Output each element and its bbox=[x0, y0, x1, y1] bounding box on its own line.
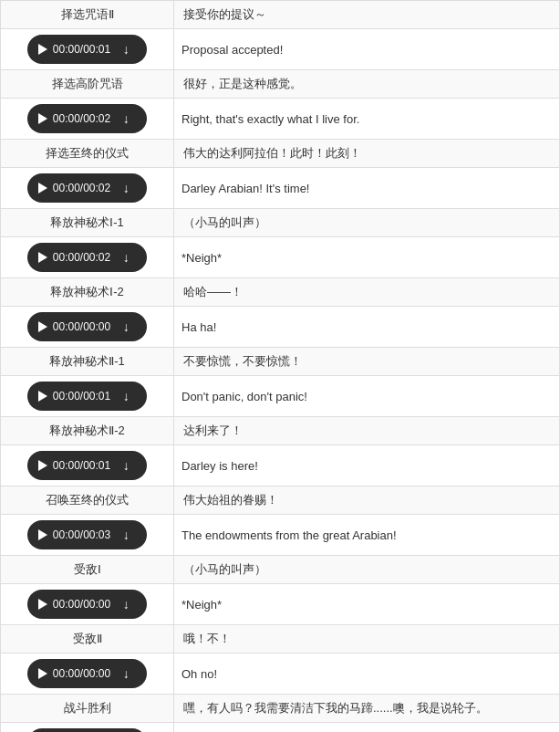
download-icon[interactable]: ↓ bbox=[116, 594, 136, 614]
skill-name: 择选咒语Ⅱ bbox=[1, 1, 174, 29]
chinese-text: （小马的叫声） bbox=[174, 209, 560, 237]
label-row: 释放神秘术Ⅰ-2 哈哈——！ bbox=[1, 278, 560, 307]
audio-row: 00:00/00:01 ↓ Proposal accepted! bbox=[1, 29, 560, 70]
audio-row: 00:00/00:03 ↓ The endowments from the gr… bbox=[1, 515, 560, 556]
label-row: 受敌Ⅱ 哦！不！ bbox=[1, 625, 560, 654]
download-icon[interactable]: ↓ bbox=[116, 525, 136, 545]
audio-row: 00:00/00:02 ↓ Darley Arabian! It's time! bbox=[1, 168, 560, 209]
play-icon bbox=[38, 668, 47, 679]
audio-row: 00:00/00:00 ↓ *Neigh* bbox=[1, 584, 560, 625]
skill-name: 择选高阶咒语 bbox=[1, 70, 174, 99]
audio-row: 00:00/00:02 ↓ *Neigh* bbox=[1, 237, 560, 278]
download-icon[interactable]: ↓ bbox=[116, 664, 136, 684]
skill-name: 召唤至终的仪式 bbox=[1, 486, 174, 515]
play-button[interactable]: 00:00/00:00 ↓ bbox=[27, 590, 147, 619]
play-button[interactable]: 00:00/00:05 ↓ bbox=[27, 728, 147, 732]
english-text: Ha ha! bbox=[174, 307, 560, 348]
skill-name: 受敌Ⅱ bbox=[1, 625, 174, 654]
audio-controls[interactable]: 00:00/00:05 ↓ bbox=[1, 723, 174, 733]
chinese-text: 很好，正是这种感觉。 bbox=[174, 70, 560, 99]
skill-name: 择选至终的仪式 bbox=[1, 140, 174, 168]
label-row: 释放神秘术Ⅱ-2 达利来了！ bbox=[1, 417, 560, 445]
download-icon[interactable]: ↓ bbox=[116, 178, 136, 198]
skill-name: 释放神秘术Ⅱ-1 bbox=[1, 348, 174, 376]
time-display: 00:00/00:02 bbox=[53, 112, 110, 125]
label-row: 释放神秘术Ⅱ-1 不要惊慌，不要惊慌！ bbox=[1, 348, 560, 376]
play-icon bbox=[38, 529, 47, 540]
time-display: 00:00/00:01 bbox=[53, 43, 110, 56]
chinese-text: 哦！不！ bbox=[174, 625, 560, 654]
download-icon[interactable]: ↓ bbox=[116, 39, 136, 59]
chinese-text: 嘿，有人吗？我需要清洁下我的马蹄......噢，我是说轮子。 bbox=[174, 695, 560, 723]
play-button[interactable]: 00:00/00:00 ↓ bbox=[27, 312, 147, 341]
audio-controls[interactable]: 00:00/00:01 ↓ bbox=[1, 376, 174, 417]
audio-controls[interactable]: 00:00/00:02 ↓ bbox=[1, 168, 174, 209]
audio-row: 00:00/00:01 ↓ Darley is here! bbox=[1, 445, 560, 486]
download-icon[interactable]: ↓ bbox=[116, 455, 136, 476]
label-row: 战斗胜利 嘿，有人吗？我需要清洁下我的马蹄......噢，我是说轮子。 bbox=[1, 695, 560, 723]
audio-controls[interactable]: 00:00/00:01 ↓ bbox=[1, 29, 174, 70]
label-row: 择选咒语Ⅱ 接受你的提议～ bbox=[1, 1, 560, 29]
play-button[interactable]: 00:00/00:02 ↓ bbox=[27, 104, 147, 133]
chinese-text: 伟大始祖的眷赐！ bbox=[174, 486, 560, 515]
download-icon[interactable]: ↓ bbox=[116, 317, 136, 337]
play-icon bbox=[38, 183, 47, 193]
skill-name: 受敌Ⅰ bbox=[1, 556, 174, 584]
play-icon bbox=[38, 599, 47, 610]
download-icon[interactable]: ↓ bbox=[116, 386, 136, 406]
audio-controls[interactable]: 00:00/00:00 ↓ bbox=[1, 654, 174, 695]
play-icon bbox=[38, 391, 47, 402]
skill-name: 释放神秘术Ⅰ-1 bbox=[1, 209, 174, 237]
download-icon[interactable]: ↓ bbox=[116, 109, 136, 129]
play-button[interactable]: 00:00/00:01 ↓ bbox=[27, 382, 147, 411]
label-row: 释放神秘术Ⅰ-1 （小马的叫声） bbox=[1, 209, 560, 237]
english-text: Right, that's exactly what I live for. bbox=[174, 99, 560, 140]
chinese-text: 哈哈——！ bbox=[174, 278, 560, 307]
english-text: Darley is here! bbox=[174, 445, 560, 486]
english-text: Don't panic, don't panic! bbox=[174, 376, 560, 417]
label-row: 召唤至终的仪式 伟大始祖的眷赐！ bbox=[1, 486, 560, 515]
label-row: 受敌Ⅰ （小马的叫声） bbox=[1, 556, 560, 584]
time-display: 00:00/00:03 bbox=[53, 528, 110, 541]
audio-controls[interactable]: 00:00/00:00 ↓ bbox=[1, 584, 174, 625]
time-display: 00:00/00:00 bbox=[53, 598, 110, 611]
skill-name: 战斗胜利 bbox=[1, 695, 174, 723]
play-icon bbox=[38, 460, 47, 471]
time-display: 00:00/00:01 bbox=[53, 390, 110, 403]
english-text: The endowments from the great Arabian! bbox=[174, 515, 560, 556]
download-icon[interactable]: ↓ bbox=[116, 247, 136, 267]
audio-row: 00:00/00:00 ↓ Oh no! bbox=[1, 654, 560, 695]
chinese-text: （小马的叫声） bbox=[174, 556, 560, 584]
play-button[interactable]: 00:00/00:00 ↓ bbox=[27, 659, 147, 688]
play-button[interactable]: 00:00/00:01 ↓ bbox=[27, 451, 147, 480]
play-button[interactable]: 00:00/00:02 ↓ bbox=[27, 173, 147, 203]
skill-name: 释放神秘术Ⅱ-2 bbox=[1, 417, 174, 445]
english-text: *Neigh* bbox=[174, 237, 560, 278]
play-button[interactable]: 00:00/00:03 ↓ bbox=[27, 520, 147, 549]
time-display: 00:00/00:00 bbox=[53, 667, 110, 680]
play-icon bbox=[38, 252, 47, 263]
play-button[interactable]: 00:00/00:02 ↓ bbox=[27, 243, 147, 272]
label-row: 择选高阶咒语 很好，正是这种感觉。 bbox=[1, 70, 560, 99]
audio-row: 00:00/00:00 ↓ Ha ha! bbox=[1, 307, 560, 348]
voice-table: 择选咒语Ⅱ 接受你的提议～ 00:00/00:01 ↓ Proposal acc… bbox=[0, 0, 560, 732]
chinese-text: 接受你的提议～ bbox=[174, 1, 560, 29]
play-icon bbox=[38, 44, 47, 55]
time-display: 00:00/00:02 bbox=[53, 182, 110, 194]
audio-controls[interactable]: 00:00/00:03 ↓ bbox=[1, 515, 174, 556]
audio-row: 00:00/00:01 ↓ Don't panic, don't panic! bbox=[1, 376, 560, 417]
play-button[interactable]: 00:00/00:01 ↓ bbox=[27, 35, 147, 64]
time-display: 00:00/00:00 bbox=[53, 320, 110, 333]
play-icon bbox=[38, 321, 47, 332]
english-text: *Neigh* bbox=[174, 584, 560, 625]
time-display: 00:00/00:02 bbox=[53, 251, 110, 264]
time-display: 00:00/00:01 bbox=[53, 459, 110, 472]
english-text: Proposal accepted! bbox=[174, 29, 560, 70]
label-row: 择选至终的仪式 伟大的达利阿拉伯！此时！此刻！ bbox=[1, 140, 560, 168]
chinese-text: 不要惊慌，不要惊慌！ bbox=[174, 348, 560, 376]
audio-controls[interactable]: 00:00/00:02 ↓ bbox=[1, 237, 174, 278]
audio-controls[interactable]: 00:00/00:00 ↓ bbox=[1, 307, 174, 348]
audio-row: 00:00/00:02 ↓ Right, that's exactly what… bbox=[1, 99, 560, 140]
audio-controls[interactable]: 00:00/00:01 ↓ bbox=[1, 445, 174, 486]
audio-controls[interactable]: 00:00/00:02 ↓ bbox=[1, 99, 174, 140]
